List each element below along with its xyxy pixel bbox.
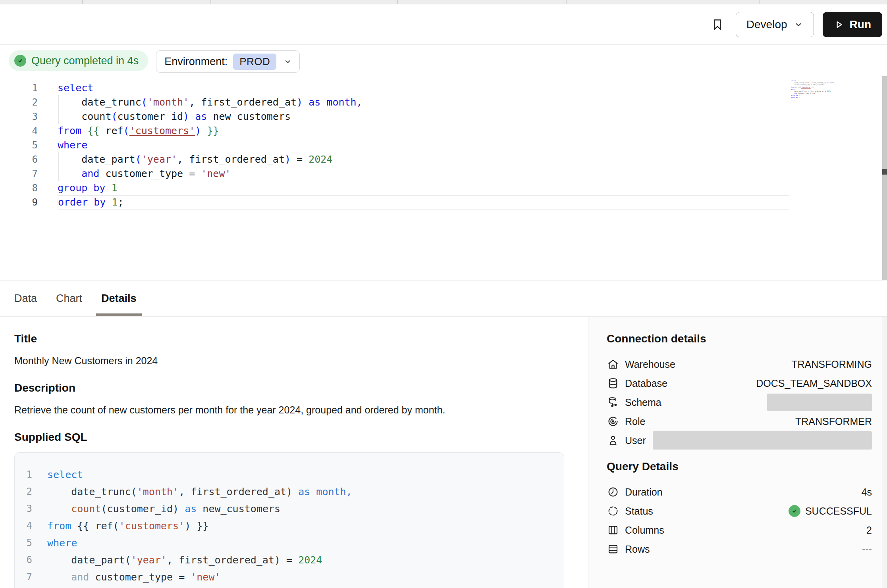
token-kw2: where (47, 537, 77, 549)
token-pa: ( (141, 96, 147, 108)
token-pl: new_customers (207, 111, 291, 122)
bookmark-button[interactable] (709, 16, 726, 33)
token-kw2: from (47, 520, 71, 532)
rows-row: Rows--- (607, 540, 872, 559)
develop-dropdown-button[interactable]: Develop (736, 12, 814, 37)
duration-label: Duration (625, 486, 663, 498)
tab-data[interactable]: Data (14, 281, 37, 316)
line-number: 6 (15, 551, 32, 569)
line-number: 7 (15, 569, 32, 586)
token-br: {{ (87, 125, 99, 136)
token-pl2: new_customers (197, 503, 280, 515)
duration-row: Duration4s (607, 482, 872, 502)
warehouse-label: Warehouse (625, 359, 675, 370)
token-kw: group by (58, 182, 105, 194)
token-pa: ( (111, 111, 117, 122)
tab-chart[interactable]: Chart (56, 281, 82, 316)
environment-value-pill: PROD (233, 54, 276, 70)
status-label: Status (625, 505, 653, 517)
query-status-text: Query completed in 4s (31, 55, 139, 67)
editor-scrollbar-thumb[interactable] (882, 169, 887, 175)
token-pl2: , first_ordered_at) = (167, 554, 298, 566)
token-pl: , first_ordered_at (189, 96, 297, 108)
warehouse-icon (607, 358, 619, 371)
line-number: 2 (0, 95, 38, 110)
supplied-sql-heading: Supplied SQL (14, 431, 564, 444)
line-code: from {{ ref('customers') }} (58, 124, 887, 138)
token-kw2: as (185, 503, 197, 515)
token-kw: and (81, 168, 99, 179)
token-pl2: (customer_id) (101, 503, 185, 515)
token-pl2: customer_type = (89, 571, 191, 583)
line-code: order by 1; (58, 195, 789, 209)
editor-scrollbar[interactable] (882, 76, 887, 280)
line-code: group by 1 (58, 181, 887, 195)
columns-label: Columns (625, 525, 664, 536)
code-line-1[interactable]: 1select (0, 81, 887, 95)
token-fn: count (71, 503, 101, 515)
indent-guide (58, 95, 59, 110)
token-num2: 2024 (298, 554, 322, 566)
token-pl (58, 168, 81, 179)
token-pl: customer_type = (99, 168, 201, 179)
title-heading: Title (14, 332, 564, 345)
columns-icon (607, 524, 619, 536)
status-value: SUCCESSFUL (789, 505, 872, 517)
token-pa: ) (285, 154, 291, 165)
schema-row: Schema (607, 393, 872, 412)
duration-icon (607, 486, 619, 498)
token-pl2: {{ ref( (71, 520, 119, 532)
line-code: and customer_type = 'new' (58, 167, 887, 181)
code-line-7[interactable]: 7 and customer_type = 'new' (0, 167, 887, 181)
panel-scrollbar[interactable] (882, 317, 887, 588)
chevron-down-icon (794, 20, 803, 29)
play-icon (834, 19, 844, 30)
sql-editor[interactable]: 1select2 date_trunc('month', first_order… (0, 73, 887, 281)
token-and2: and (71, 571, 89, 583)
title-value: Monthly New Customers in 2024 (14, 354, 564, 367)
code-line-5[interactable]: 5where (0, 138, 887, 152)
run-label: Run (850, 18, 871, 31)
code-line-5: 5where (15, 534, 564, 551)
code-line-9[interactable]: 9order by 1; (0, 195, 887, 209)
editor-lines[interactable]: 1select2 date_trunc('month', first_order… (0, 81, 887, 209)
token-kw: as (189, 111, 207, 122)
line-code: date_trunc('month', first_ordered_at) as… (47, 483, 352, 500)
code-line-3[interactable]: 3 count(customer_id) as new_customers (0, 110, 887, 124)
environment-selector[interactable]: Environment: PROD (156, 50, 300, 73)
line-number: 9 (0, 195, 38, 209)
token-pa: ( (123, 125, 129, 136)
line-number: 3 (0, 110, 38, 124)
code-line-4[interactable]: 4from {{ ref('customers') }} (0, 124, 887, 138)
token-pa: ) (297, 96, 303, 108)
environment-label: Environment: (164, 56, 228, 68)
database-row: DatabaseDOCS_TEAM_SANDBOX (607, 374, 872, 393)
token-pl: date_trunc (58, 96, 141, 108)
code-line-2[interactable]: 2 date_trunc('month', first_ordered_at) … (0, 95, 887, 110)
code-line-6[interactable]: 6 date_part('year', first_ordered_at) = … (0, 152, 887, 167)
token-kw2: select (47, 469, 83, 480)
tab-details[interactable]: Details (101, 281, 137, 316)
code-line-2: 2 date_trunc('month', first_ordered_at) … (15, 483, 564, 500)
token-pl (201, 125, 207, 136)
line-code: date_part('year', first_ordered_at) = 20… (58, 152, 887, 167)
line-number: 4 (15, 517, 32, 534)
line-code: where (58, 138, 887, 152)
line-number: 6 (0, 152, 38, 167)
code-line-1: 1select (15, 466, 564, 483)
details-right-panel: Connection details WarehouseTRANSFORMING… (588, 317, 887, 588)
run-button[interactable]: Run (823, 12, 882, 37)
editor-minimap[interactable]: select date_trunc('month', first_ordered… (791, 80, 834, 99)
status-icon (607, 505, 619, 517)
token-pa: ) (195, 125, 201, 136)
code-line-8[interactable]: 8group by 1 (0, 181, 887, 195)
supplied-sql-code-block: 1select2 date_trunc('month', first_order… (14, 452, 564, 588)
database-icon (607, 377, 619, 390)
token-num: 2024 (309, 154, 332, 165)
line-code: group by 1 (47, 586, 107, 588)
chevron-down-icon (283, 57, 292, 66)
columns-value: 2 (866, 525, 872, 536)
develop-label: Develop (746, 18, 787, 31)
database-value: DOCS_TEAM_SANDBOX (756, 378, 872, 389)
query-editor-app: { "toolbar": { "develop_label": "Develop… (0, 0, 887, 588)
